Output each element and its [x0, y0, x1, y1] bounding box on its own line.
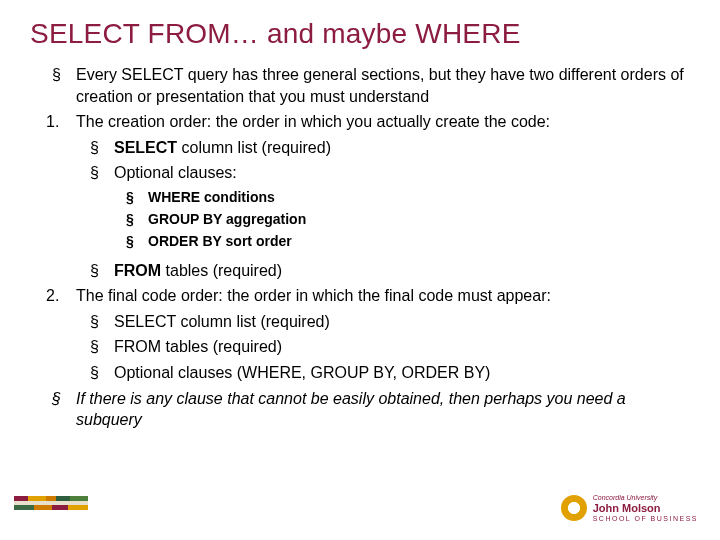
school-logo: Concordia University John Molson SCHOOL …: [561, 494, 698, 522]
select-clause: SELECT column list (required): [30, 137, 690, 159]
from-keyword: FROM: [114, 262, 161, 279]
numbered-item-1: 1. The creation order: the order in whic…: [30, 111, 690, 133]
orderby-rest: sort order: [222, 233, 292, 249]
where-keyword: WHERE: [148, 189, 200, 205]
from-clause: FROM tables (required): [30, 260, 690, 282]
school-name: John Molson: [593, 503, 698, 514]
final-from: FROM tables (required): [30, 336, 690, 358]
num-marker-1: 1.: [46, 111, 59, 133]
groupby-clause: GROUP BY aggregation: [30, 210, 690, 229]
footer-stripe-icon: [14, 496, 88, 510]
optional-clauses: Optional clauses:: [30, 162, 690, 184]
orderby-keyword: ORDER BY: [148, 233, 222, 249]
university-name: Concordia University: [593, 494, 698, 501]
logo-text: Concordia University John Molson SCHOOL …: [593, 494, 698, 522]
where-rest: conditions: [200, 189, 275, 205]
final-select: SELECT column list (required): [30, 311, 690, 333]
num-marker-2: 2.: [46, 285, 59, 307]
select-rest: column list (required): [177, 139, 331, 156]
slide-body: Every SELECT query has three general sec…: [30, 64, 690, 431]
select-keyword: SELECT: [114, 139, 177, 156]
numbered-item-2: 2. The final code order: the order in wh…: [30, 285, 690, 307]
where-clause: WHERE conditions: [30, 188, 690, 207]
orderby-clause: ORDER BY sort order: [30, 232, 690, 251]
seal-icon: [561, 495, 587, 521]
school-sub: SCHOOL OF BUSINESS: [593, 515, 698, 522]
slide: SELECT FROM… and maybe WHERE Every SELEC…: [0, 0, 720, 540]
bullet-outro: If there is any clause that cannot be ea…: [30, 388, 690, 431]
num2-text: The final code order: the order in which…: [76, 287, 551, 304]
num1-text: The creation order: the order in which y…: [76, 113, 550, 130]
groupby-keyword: GROUP BY: [148, 211, 222, 227]
bullet-intro: Every SELECT query has three general sec…: [30, 64, 690, 107]
from-rest: tables (required): [161, 262, 282, 279]
groupby-rest: aggregation: [222, 211, 306, 227]
page-title: SELECT FROM… and maybe WHERE: [30, 18, 690, 50]
final-optional: Optional clauses (WHERE, GROUP BY, ORDER…: [30, 362, 690, 384]
